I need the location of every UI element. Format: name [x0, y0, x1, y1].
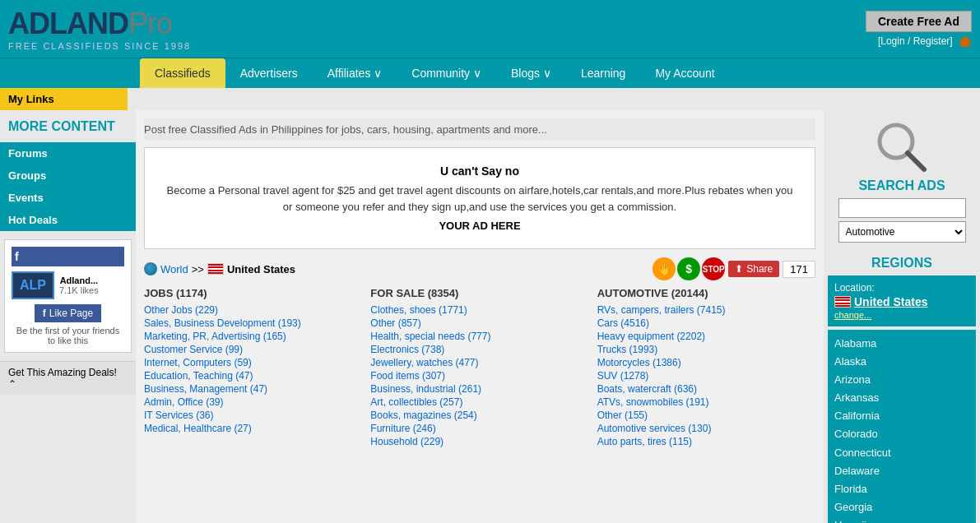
nav-bar: Classifieds Advertisers Affiliates ∨ Com… — [0, 58, 980, 88]
facebook-logo: f — [15, 250, 19, 263]
ad-box-text: Become a Personal travel agent for $25 a… — [161, 183, 798, 215]
hamsa-icon[interactable]: 🤚 — [653, 257, 676, 280]
nav-link-learning[interactable]: Learning — [566, 58, 641, 88]
nav-link-blogs[interactable]: Blogs ∨ — [496, 58, 566, 88]
cat-art[interactable]: Art, collectibles (257) — [370, 396, 588, 408]
cat-health[interactable]: Health, special needs (777) — [370, 331, 588, 342]
nav-item-myaccount[interactable]: My Account — [640, 58, 729, 88]
cat-admin[interactable]: Admin, Office (39) — [144, 396, 362, 408]
regions-title: REGIONS — [828, 256, 976, 271]
nav-list: Classifieds Advertisers Affiliates ∨ Com… — [0, 58, 980, 88]
cat-medical[interactable]: Medical, Healthcare (27) — [144, 423, 362, 434]
cat-other-jobs[interactable]: Other Jobs (229) — [144, 304, 362, 316]
nav-item-learning[interactable]: Learning — [566, 58, 641, 88]
main-container: MORE CONTENT Forums Groups Events Hot De… — [0, 110, 980, 523]
nav-item-community[interactable]: Community ∨ — [397, 58, 496, 88]
search-category-dropdown[interactable]: Automotive Jobs For Sale Real Estate — [838, 221, 966, 243]
category-col-automotive: AUTOMOTIVE (20144) RVs, campers, trailer… — [597, 287, 815, 449]
breadcrumb-world-link[interactable]: World — [160, 263, 188, 275]
nav-item-advertisers[interactable]: Advertisers — [225, 58, 313, 88]
stop-icon[interactable]: STOP — [702, 257, 725, 280]
sidebar-item-groups[interactable]: Groups — [0, 164, 136, 187]
state-connecticut[interactable]: Connecticut — [834, 444, 969, 462]
cat-trucks[interactable]: Trucks (1993) — [597, 344, 815, 355]
cat-books[interactable]: Books, magazines (254) — [370, 410, 588, 421]
ad-box-footer: YOUR AD HERE — [161, 220, 798, 232]
magnifier-icon — [873, 118, 931, 176]
breadcrumb-area: World >> United States 🤚 $ STOP ⬆ Share … — [144, 257, 815, 280]
sidebar-item-events[interactable]: Events — [0, 187, 136, 209]
cat-heavy-equipment[interactable]: Heavy equipment (2202) — [597, 331, 815, 342]
adland-fb-likes: 7.1K likes — [59, 285, 99, 295]
cat-food[interactable]: Food items (307) — [370, 370, 588, 382]
cat-marketing[interactable]: Marketing, PR, Advertising (165) — [144, 331, 362, 342]
cat-business-industrial[interactable]: Business, industrial (261) — [370, 383, 588, 395]
home-icon[interactable] — [959, 35, 972, 47]
cat-cars[interactable]: Cars (4516) — [597, 317, 815, 329]
nav-link-affiliates[interactable]: Affiliates ∨ — [313, 58, 397, 88]
state-florida[interactable]: Florida — [834, 480, 969, 498]
nav-link-community[interactable]: Community ∨ — [397, 58, 496, 88]
magnifier-icon-container — [828, 118, 976, 178]
bottom-deals-bar[interactable]: Get This Amazing Deals! ⌃ — [0, 361, 136, 395]
state-alaska[interactable]: Alaska — [834, 353, 969, 371]
cat-education[interactable]: Education, Teaching (47) — [144, 370, 362, 382]
right-sidebar: SEARCH ADS Automotive Jobs For Sale Real… — [824, 110, 980, 523]
cat-jewellery[interactable]: Jewellery, watches (477) — [370, 357, 588, 368]
cat-auto-parts[interactable]: Auto parts, tires (115) — [597, 436, 815, 447]
cat-customer-service[interactable]: Customer Service (99) — [144, 344, 362, 355]
fb-like-button[interactable]: f Like Page — [35, 304, 101, 322]
post-free-text: Post free Classified Ads in Philippines … — [144, 123, 815, 136]
cat-other-auto[interactable]: Other (155) — [597, 410, 815, 421]
cat-furniture[interactable]: Furniture (246) — [370, 423, 588, 434]
state-california[interactable]: California — [834, 407, 969, 425]
cat-atvs[interactable]: ATVs, snowmobiles (191) — [597, 396, 815, 408]
state-arkansas[interactable]: Arkansas — [834, 389, 969, 407]
cat-suv[interactable]: SUV (1278) — [597, 370, 815, 382]
cat-household[interactable]: Household (229) — [370, 436, 588, 447]
ad-box: U can't Say no Become a Personal travel … — [144, 147, 815, 249]
nav-link-classifieds[interactable]: Classifieds — [140, 58, 225, 88]
my-links-bar[interactable]: My Links — [0, 88, 128, 110]
state-arizona[interactable]: Arizona — [834, 371, 969, 389]
cat-it[interactable]: IT Services (36) — [144, 410, 362, 421]
search-input[interactable] — [838, 198, 966, 218]
fb-icon: f — [43, 308, 46, 319]
cat-other-sale[interactable]: Other (857) — [370, 317, 588, 329]
adland-fb-info: ALP Adland... 7.1K likes — [12, 271, 124, 299]
state-colorado[interactable]: Colorado — [834, 425, 969, 443]
cat-clothes[interactable]: Clothes, shoes (1771) — [370, 304, 588, 316]
nav-item-classifieds[interactable]: Classifieds — [140, 58, 225, 88]
sidebar-item-forums[interactable]: Forums — [0, 142, 136, 164]
nav-link-advertisers[interactable]: Advertisers — [225, 58, 313, 88]
login-register: [Login / Register] — [878, 35, 972, 48]
nav-link-myaccount[interactable]: My Account — [640, 58, 729, 88]
state-hawaii[interactable]: Hawaii — [834, 516, 969, 523]
alp-text: ALP — [20, 278, 46, 293]
cat-electronics[interactable]: Electronics (738) — [370, 344, 588, 355]
nav-item-affiliates[interactable]: Affiliates ∨ — [313, 58, 397, 88]
share-button[interactable]: ⬆ Share — [728, 261, 779, 277]
cat-business-mgmt[interactable]: Business, Management (47) — [144, 383, 362, 395]
header-right: Create Free Ad [Login / Register] — [866, 11, 972, 48]
category-title-jobs: JOBS (1174) — [144, 287, 362, 299]
cat-auto-services[interactable]: Automotive services (130) — [597, 423, 815, 434]
cat-rvs[interactable]: RVs, campers, trailers (7415) — [597, 304, 815, 316]
nav-item-blogs[interactable]: Blogs ∨ — [496, 58, 566, 88]
cat-sales[interactable]: Sales, Business Development (193) — [144, 317, 362, 329]
cat-internet[interactable]: Internet, Computers (59) — [144, 357, 362, 368]
state-georgia[interactable]: Georgia — [834, 498, 969, 516]
state-delaware[interactable]: Delaware — [834, 462, 969, 480]
change-location-link[interactable]: change... — [834, 310, 969, 320]
cat-motorcycles[interactable]: Motorcycles (1386) — [597, 357, 815, 368]
cat-boats[interactable]: Boats, watercraft (636) — [597, 383, 815, 395]
bottom-deals-label: Get This Amazing Deals! — [8, 367, 117, 378]
state-alabama[interactable]: Alabama — [834, 335, 969, 353]
create-ad-button[interactable]: Create Free Ad — [866, 11, 972, 32]
content-top: Post free Classified Ads in Philippines … — [144, 118, 815, 141]
login-register-text[interactable]: [Login / Register] — [878, 35, 953, 47]
dollar-icon[interactable]: $ — [677, 257, 700, 280]
adland-fb-details: Adland... 7.1K likes — [59, 275, 99, 295]
share-count: 171 — [783, 261, 815, 278]
sidebar-item-hotdeals[interactable]: Hot Deals — [0, 209, 136, 231]
